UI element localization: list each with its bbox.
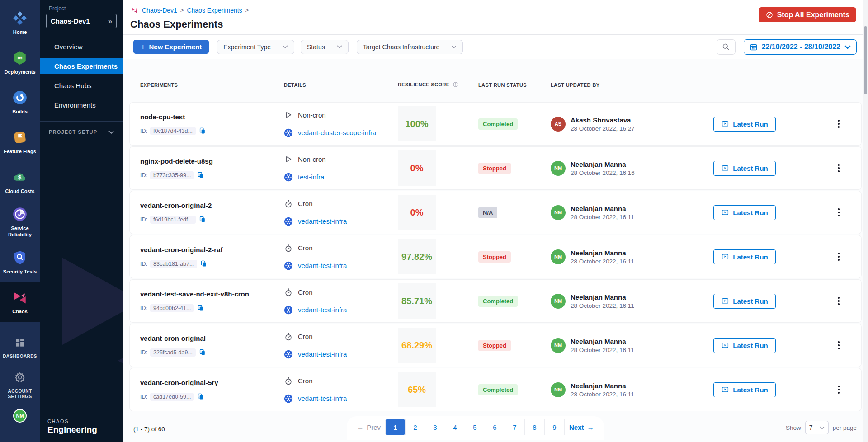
infrastructure-link[interactable]: vedant-test-infra [298, 350, 347, 358]
experiment-name-link[interactable]: nginx-pod-delete-u8sg [140, 157, 284, 165]
pagination-bar: (1 - 7) of 60 ←Prev123456789Next→ Show 7… [130, 416, 861, 440]
sidebar-module-dashboards[interactable]: DASHBOARDS [0, 329, 40, 365]
latest-run-button[interactable]: Latest Run [713, 294, 776, 309]
status-filter[interactable]: Status [301, 40, 349, 54]
sidebar-item-chaos-experiments[interactable]: Chaos Experiments [40, 58, 123, 74]
experiment-id-line: ID: b773c335-99... [140, 171, 284, 179]
page-button-5[interactable]: 5 [465, 419, 485, 435]
home-icon [12, 10, 28, 26]
infrastructure-link[interactable]: test-infra [298, 173, 324, 181]
experiment-name-link[interactable]: vedant-cron-original-2-raf [140, 246, 284, 254]
date-range-picker[interactable]: 22/10/2022 - 28/10/2022 [744, 39, 857, 55]
latest-run-button[interactable]: Latest Run [713, 117, 776, 132]
latest-run-button[interactable]: Latest Run [713, 161, 776, 176]
last-run-status-cell: Completed [478, 296, 551, 307]
sidebar-module-builds[interactable]: Builds [0, 82, 40, 122]
next-page-button[interactable]: Next→ [564, 419, 599, 435]
row-menu-button[interactable] [835, 161, 842, 175]
experiment-id-line: ID: 83cab181-ab7... [140, 260, 284, 268]
page-size-select[interactable]: 7 [805, 421, 829, 434]
page-button-1[interactable]: 1 [385, 419, 405, 435]
vertical-scrollbar[interactable] [863, 0, 868, 442]
pager: ←Prev123456789Next→ [347, 416, 604, 440]
sidebar-module-deployments[interactable]: ∞Deployments [0, 42, 40, 82]
search-icon [722, 42, 730, 51]
experiment-type-filter[interactable]: Experiment Type [217, 40, 294, 54]
service-reliability-icon [12, 206, 28, 222]
run-icon [721, 208, 729, 216]
sidebar-module-service-reliability[interactable]: Service Reliability [0, 202, 40, 243]
latest-run-button[interactable]: Latest Run [713, 382, 776, 397]
row-menu-button[interactable] [835, 206, 842, 219]
latest-run-button[interactable]: Latest Run [713, 338, 776, 353]
user-avatar[interactable]: NM [13, 409, 27, 423]
scrollbar-thumb[interactable] [864, 26, 867, 94]
copy-icon[interactable] [198, 127, 206, 135]
sidebar-item-environments[interactable]: Environments [40, 97, 123, 113]
updated-by-name: Neelanjan Manna [571, 338, 634, 345]
breadcrumb-project-link[interactable]: Chaos-Dev1 [142, 7, 177, 14]
module-label: Service Reliability [1, 226, 38, 238]
resilience-score-value: 100% [405, 119, 428, 129]
copy-icon[interactable] [197, 171, 204, 179]
avatar: NM [551, 161, 566, 176]
experiment-name-link[interactable]: vedant-cron-original [140, 334, 284, 342]
experiment-name-link[interactable]: vedant-cron-original-5ry [140, 379, 284, 386]
copy-icon[interactable] [198, 216, 206, 223]
updated-by-name: Neelanjan Manna [571, 382, 634, 390]
sidebar-module-home[interactable]: Home [0, 3, 40, 42]
breadcrumb-experiments-link[interactable]: Chaos Experiments [187, 7, 242, 14]
sidebar-module-account-settings[interactable]: ACCOUNT SETTINGS [0, 365, 40, 404]
infrastructure-link[interactable]: vedant-test-infra [298, 306, 347, 314]
experiment-name-link[interactable]: node-cpu-test [140, 113, 284, 121]
row-menu-button[interactable] [835, 383, 842, 396]
schedule-line: Non-cron [284, 155, 398, 164]
stop-all-label: Stop All Experiments [777, 11, 849, 19]
stop-all-experiments-button[interactable]: Stop All Experiments [759, 7, 856, 22]
page-button-2[interactable]: 2 [405, 419, 425, 435]
updated-at-timestamp: 28 October 2022, 16:16 [571, 169, 635, 176]
infrastructure-link[interactable]: vedant-cluster-scope-infra [298, 129, 376, 136]
latest-run-button[interactable]: Latest Run [713, 249, 776, 264]
infrastructure-link[interactable]: vedant-test-infra [298, 217, 347, 225]
project-selector[interactable]: Chaos-Dev1 » [46, 14, 117, 28]
page-button-6[interactable]: 6 [485, 419, 505, 435]
main-content: Chaos-Dev1 > Chaos Experiments > Chaos E… [123, 0, 868, 442]
experiment-name-link[interactable]: vedant-cron-original-2 [140, 202, 284, 209]
resilience-score-cell: 0% [398, 195, 478, 230]
info-icon[interactable] [453, 81, 459, 88]
search-button[interactable] [717, 39, 736, 55]
infrastructure-link[interactable]: vedant-test-infra [298, 262, 347, 269]
expand-projects-icon[interactable]: » [108, 17, 112, 25]
prev-page-button[interactable]: ←Prev [352, 419, 385, 435]
sidebar-module-cloud-costs[interactable]: $Cloud Costs [0, 162, 40, 202]
page-button-3[interactable]: 3 [425, 419, 445, 435]
row-menu-button[interactable] [835, 294, 842, 308]
page-button-7[interactable]: 7 [505, 419, 524, 435]
experiment-name-link[interactable]: vedant-test-save-nd-exit-v8h-cron [140, 290, 284, 298]
sidebar-item-overview[interactable]: Overview [40, 39, 123, 55]
status-badge: Completed [478, 296, 518, 307]
sidebar-module-security-tests[interactable]: Security Tests [0, 243, 40, 282]
sidebar-module-chaos[interactable]: Chaos [0, 282, 40, 322]
new-experiment-button[interactable]: + New Experiment [133, 40, 209, 54]
page-button-9[interactable]: 9 [544, 419, 564, 435]
sidebar-item-chaos-hubs[interactable]: Chaos Hubs [40, 78, 123, 94]
row-menu-button[interactable] [835, 339, 842, 352]
copy-icon[interactable] [200, 260, 208, 268]
sidebar-module-feature-flags[interactable]: Feature Flags [0, 122, 40, 162]
copy-icon[interactable] [197, 304, 204, 312]
page-button-4[interactable]: 4 [445, 419, 465, 435]
project-setup-toggle[interactable]: PROJECT SETUP [40, 122, 123, 135]
schedule-type: Cron [298, 333, 313, 340]
schedule-type: Cron [298, 244, 313, 252]
avatar: NM [551, 249, 566, 264]
infrastructure-link[interactable]: vedant-test-infra [298, 395, 347, 402]
page-button-8[interactable]: 8 [524, 419, 544, 435]
latest-run-button[interactable]: Latest Run [713, 205, 776, 220]
copy-icon[interactable] [197, 393, 204, 400]
target-infrastructure-filter[interactable]: Target Chaos Infrastructure [357, 40, 463, 54]
copy-icon[interactable] [198, 348, 206, 356]
row-menu-button[interactable] [835, 250, 842, 263]
row-menu-button[interactable] [835, 117, 842, 131]
